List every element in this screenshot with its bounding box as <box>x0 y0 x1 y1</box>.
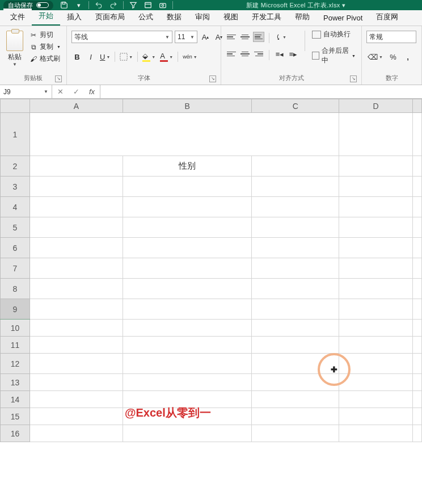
format-painter-button[interactable]: 🖌格式刷 <box>28 53 62 64</box>
cell[interactable] <box>252 156 339 177</box>
cell[interactable] <box>412 299 421 320</box>
orientation-button[interactable]: ⤹▼ <box>274 31 288 43</box>
column-header[interactable]: D <box>339 99 413 113</box>
cell[interactable] <box>412 217 421 238</box>
cell[interactable] <box>252 299 339 320</box>
row-header[interactable]: 4 <box>1 197 30 217</box>
tab-help[interactable]: 帮助 <box>288 9 317 26</box>
increase-indent-button[interactable]: ≡▸ <box>288 48 299 60</box>
cell[interactable] <box>412 197 421 217</box>
row-header[interactable]: 1 <box>1 113 30 156</box>
row-header[interactable]: 6 <box>1 238 30 258</box>
row-header[interactable]: 2 <box>1 156 30 177</box>
paste-button[interactable]: 粘贴 ▼ <box>5 28 25 67</box>
accounting-format-button[interactable]: ⌫▼ <box>366 51 384 62</box>
comma-style-button[interactable]: , <box>402 51 413 62</box>
cell[interactable] <box>339 177 413 197</box>
cell[interactable] <box>123 197 252 217</box>
redo-icon[interactable] <box>108 1 119 10</box>
number-format-combo[interactable]: 常规 <box>366 31 416 43</box>
cell[interactable] <box>339 217 413 238</box>
align-middle-button[interactable] <box>239 32 251 42</box>
tab-view[interactable]: 视图 <box>217 9 245 26</box>
cell-b2[interactable]: 性别 <box>123 156 252 177</box>
bold-button[interactable]: B <box>71 51 83 62</box>
cell[interactable] <box>29 156 123 177</box>
select-all-corner[interactable] <box>1 99 30 113</box>
filter-icon[interactable] <box>128 1 138 10</box>
cell[interactable] <box>339 337 413 354</box>
name-box[interactable]: J9▼ <box>0 85 52 98</box>
cell[interactable] <box>412 279 421 299</box>
tab-formulas[interactable]: 公式 <box>132 9 160 26</box>
align-bottom-button[interactable] <box>253 32 264 42</box>
undo-icon[interactable] <box>94 1 104 10</box>
cell[interactable] <box>412 354 421 374</box>
fill-color-button[interactable]: ⬙▼ <box>141 51 157 62</box>
cell[interactable] <box>412 113 421 156</box>
cell[interactable] <box>123 374 252 391</box>
underline-button[interactable]: U▼ <box>99 51 111 62</box>
cell[interactable] <box>252 408 339 425</box>
dialog-launcher-icon[interactable]: ↘ <box>350 75 357 82</box>
merge-center-button[interactable]: 合并后居中▼ <box>311 45 357 66</box>
decrease-indent-button[interactable]: ≡◂ <box>274 48 285 60</box>
qat-dropdown-icon[interactable]: ▾ <box>74 1 84 10</box>
dialog-launcher-icon[interactable]: ↘ <box>55 75 62 82</box>
cell[interactable] <box>29 238 123 258</box>
cell[interactable] <box>123 408 252 425</box>
cell[interactable] <box>412 156 421 177</box>
cancel-button[interactable]: ✕ <box>52 87 68 96</box>
row-header-active[interactable]: 9 <box>1 299 30 320</box>
cell[interactable] <box>29 408 123 425</box>
dialog-launcher-icon[interactable]: ↘ <box>209 75 216 82</box>
cell[interactable] <box>339 354 413 374</box>
cell[interactable] <box>29 177 123 197</box>
row-header[interactable]: 15 <box>1 408 30 425</box>
formula-input[interactable] <box>100 85 422 98</box>
cell[interactable] <box>339 299 413 320</box>
cell[interactable] <box>252 337 339 354</box>
cell[interactable] <box>252 354 339 374</box>
row-header[interactable]: 14 <box>1 391 30 408</box>
cell[interactable] <box>412 238 421 258</box>
save-icon[interactable] <box>59 1 69 10</box>
tab-developer[interactable]: 开发工具 <box>245 9 288 26</box>
cell[interactable] <box>123 238 252 258</box>
cell[interactable] <box>412 320 421 337</box>
cell[interactable] <box>412 374 421 391</box>
font-size-combo[interactable]: 11▼ <box>175 31 197 43</box>
cell[interactable] <box>123 337 252 354</box>
tab-power-pivot[interactable]: Power Pivot <box>317 10 369 26</box>
cell[interactable] <box>29 354 123 374</box>
cell[interactable] <box>29 258 123 279</box>
cell[interactable] <box>123 354 252 374</box>
cell[interactable] <box>29 374 123 391</box>
cell[interactable] <box>123 177 252 197</box>
cell[interactable] <box>412 258 421 279</box>
align-top-button[interactable] <box>226 32 237 42</box>
cell[interactable] <box>252 374 339 391</box>
cell[interactable] <box>339 408 413 425</box>
row-header[interactable]: 11 <box>1 337 30 354</box>
cell[interactable] <box>412 425 421 442</box>
align-center-button[interactable] <box>239 49 251 59</box>
cell[interactable] <box>123 258 252 279</box>
cell[interactable] <box>412 177 421 197</box>
cell[interactable] <box>29 299 123 320</box>
row-header[interactable]: 13 <box>1 374 30 391</box>
row-header[interactable]: 8 <box>1 279 30 299</box>
align-right-button[interactable] <box>253 49 264 59</box>
tab-insert[interactable]: 插入 <box>60 9 88 26</box>
align-left-button[interactable] <box>226 49 237 59</box>
cell[interactable] <box>29 425 123 442</box>
tab-baidu[interactable]: 百度网 <box>369 9 405 26</box>
cell[interactable] <box>339 391 413 408</box>
column-header[interactable] <box>412 99 421 113</box>
cell[interactable] <box>252 217 339 238</box>
column-header[interactable]: C <box>252 99 339 113</box>
tab-home[interactable]: 开始 <box>32 7 60 26</box>
insert-function-button[interactable]: fx <box>84 87 100 96</box>
cell[interactable] <box>339 279 413 299</box>
percent-button[interactable]: % <box>387 51 399 62</box>
